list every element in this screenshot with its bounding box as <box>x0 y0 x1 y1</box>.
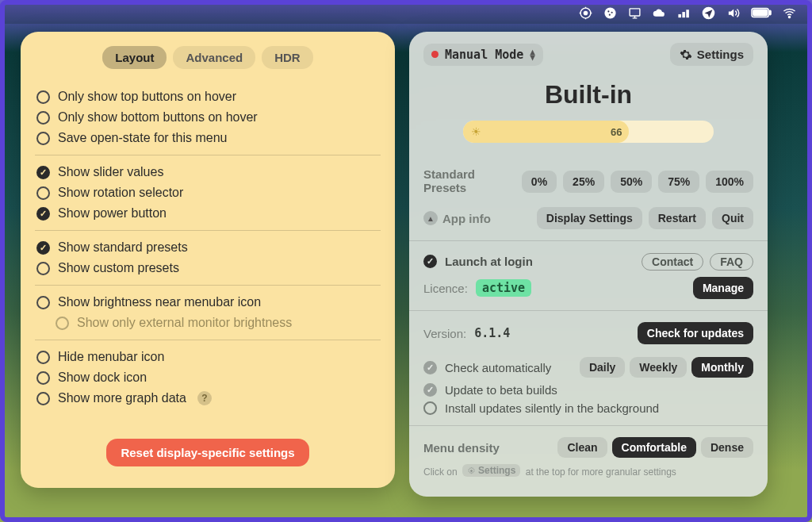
stepper-icon: ▲▼ <box>530 49 535 60</box>
update-frequency-segment: Daily Weekly Monthly <box>580 357 753 378</box>
mode-status-dot <box>431 51 439 58</box>
radio-unchecked-icon <box>56 317 69 330</box>
option-hide-menubar[interactable]: Hide menubar icon <box>35 347 381 367</box>
radio-unchecked-icon <box>36 296 50 309</box>
app-info-label: App info <box>442 212 491 225</box>
option-label: Show power button <box>58 206 167 221</box>
option-rotation[interactable]: Show rotation selector <box>35 182 381 203</box>
preset-75pct[interactable]: 75% <box>658 171 699 193</box>
option-save-open[interactable]: Save open-state for this menu <box>35 128 381 148</box>
radio-checked-icon <box>36 207 50 221</box>
display-icon[interactable] <box>628 6 642 23</box>
app-info-toggle[interactable]: ▲ App info <box>423 211 491 225</box>
radio-unchecked-icon <box>36 262 50 275</box>
density-dense[interactable]: Dense <box>701 437 753 458</box>
option-external-only[interactable]: Show only external monitor brightness <box>35 313 381 333</box>
option-std-presets[interactable]: Show standard presets <box>35 237 381 258</box>
preset-0pct[interactable]: 0% <box>522 171 557 193</box>
check-updates-button[interactable]: Check for updates <box>638 322 753 344</box>
freq-monthly[interactable]: Monthly <box>691 357 753 378</box>
option-graph-data[interactable]: Show more graph data? <box>35 388 381 409</box>
stacks-icon[interactable] <box>677 6 691 23</box>
mode-label: Manual Mode <box>445 48 523 62</box>
settings-hint: Click on Settings at the top for more gr… <box>423 464 753 478</box>
display-control-panel: Manual Mode ▲▼ Settings Built-in 66 ☀ St… <box>409 32 768 497</box>
tab-advanced[interactable]: Advanced <box>173 46 255 69</box>
tab-layout[interactable]: Layout <box>102 46 167 69</box>
density-clean[interactable]: Clean <box>557 437 607 458</box>
sun-icon: ☀ <box>471 125 481 138</box>
option-dock-icon[interactable]: Show dock icon <box>35 367 381 388</box>
brightness-slider[interactable]: 66 ☀ <box>463 121 714 143</box>
location-icon[interactable] <box>579 6 592 23</box>
svg-rect-13 <box>769 10 771 15</box>
reset-display-settings-button[interactable]: Reset display-specific settings <box>106 439 308 466</box>
svg-point-14 <box>788 16 790 17</box>
quit-button[interactable]: Quit <box>712 207 753 229</box>
option-slider-values[interactable]: Show slider values <box>35 162 381 182</box>
option-label: Show dock icon <box>58 370 147 385</box>
freq-weekly[interactable]: Weekly <box>630 357 687 378</box>
svg-point-1 <box>584 11 587 14</box>
radio-unchecked-icon <box>36 351 50 364</box>
chevron-up-icon: ▲ <box>423 211 438 225</box>
faq-link[interactable]: FAQ <box>710 253 753 271</box>
hint-settings-chip: Settings <box>462 464 520 477</box>
option-label: Hide menubar icon <box>58 350 164 364</box>
svg-point-3 <box>607 10 609 12</box>
radio-unchecked-icon <box>36 111 50 125</box>
version-label: Version: <box>423 327 466 340</box>
option-top-hover[interactable]: Only show top buttons on hover <box>35 86 381 107</box>
mode-selector[interactable]: Manual Mode ▲▼ <box>423 44 543 66</box>
radio-unchecked-icon <box>36 132 50 145</box>
option-cust-presets[interactable]: Show custom presets <box>35 258 381 278</box>
svg-point-2 <box>604 7 615 18</box>
help-icon[interactable]: ? <box>197 391 212 405</box>
manage-licence-button[interactable]: Manage <box>693 277 753 299</box>
freq-daily[interactable]: Daily <box>580 357 625 378</box>
preset-25pct[interactable]: 25% <box>563 171 604 193</box>
option-label: Only show top buttons on hover <box>58 90 236 104</box>
svg-rect-6 <box>630 8 640 15</box>
contact-link[interactable]: Contact <box>642 253 703 271</box>
option-power[interactable]: Show power button <box>35 203 381 224</box>
options-tabs: Layout Advanced HDR <box>35 46 381 69</box>
layout-options-panel: Layout Advanced HDR Only show top button… <box>21 32 395 488</box>
preset-100pct[interactable]: 100% <box>706 171 753 193</box>
standard-presets: 0%25%50%75%100% <box>522 171 753 193</box>
option-label: Show more graph data <box>58 391 186 405</box>
svg-rect-7 <box>678 13 681 17</box>
gear-icon <box>467 466 476 475</box>
volume-icon[interactable] <box>726 6 740 23</box>
settings-label: Settings <box>697 48 744 61</box>
option-label: Show rotation selector <box>58 186 183 200</box>
option-label: Only show bottom buttons on hover <box>58 110 258 125</box>
presets-label: StandardPresets <box>423 168 475 194</box>
display-name: Built-in <box>423 80 753 109</box>
radio-unchecked-icon <box>36 186 50 200</box>
checkbox-on-icon: ✓ <box>423 383 437 397</box>
update-beta-toggle[interactable]: ✓ Update to beta builds <box>423 381 753 399</box>
check-automatically-toggle[interactable]: ✓ Check automatically <box>423 359 551 377</box>
globe-icon[interactable] <box>603 6 617 23</box>
option-brightness-near[interactable]: Show brightness near menubar icon <box>35 292 381 313</box>
launch-at-login-toggle[interactable]: ✓ Launch at login <box>423 252 533 271</box>
restart-button[interactable]: Restart <box>649 207 706 229</box>
install-silently-toggle[interactable]: Install updates silently in the backgrou… <box>423 399 753 417</box>
option-bottom-hover[interactable]: Only show bottom buttons on hover <box>35 107 381 128</box>
preset-50pct[interactable]: 50% <box>611 171 652 193</box>
option-label: Show slider values <box>58 165 163 179</box>
option-label: Show standard presets <box>58 240 188 255</box>
send-icon[interactable] <box>702 6 715 23</box>
radio-checked-icon <box>36 166 50 179</box>
option-label: Save open-state for this menu <box>58 131 227 145</box>
cloud-icon[interactable] <box>653 6 666 23</box>
settings-button[interactable]: Settings <box>670 43 753 66</box>
wifi-icon[interactable] <box>783 6 796 23</box>
licence-label: Licence: <box>423 282 468 295</box>
battery-icon[interactable] <box>751 7 772 21</box>
brightness-value: 66 <box>611 126 622 138</box>
display-settings-button[interactable]: Display Settings <box>537 207 642 229</box>
tab-hdr[interactable]: HDR <box>262 46 313 69</box>
density-comfortable[interactable]: Comfortable <box>612 437 696 458</box>
